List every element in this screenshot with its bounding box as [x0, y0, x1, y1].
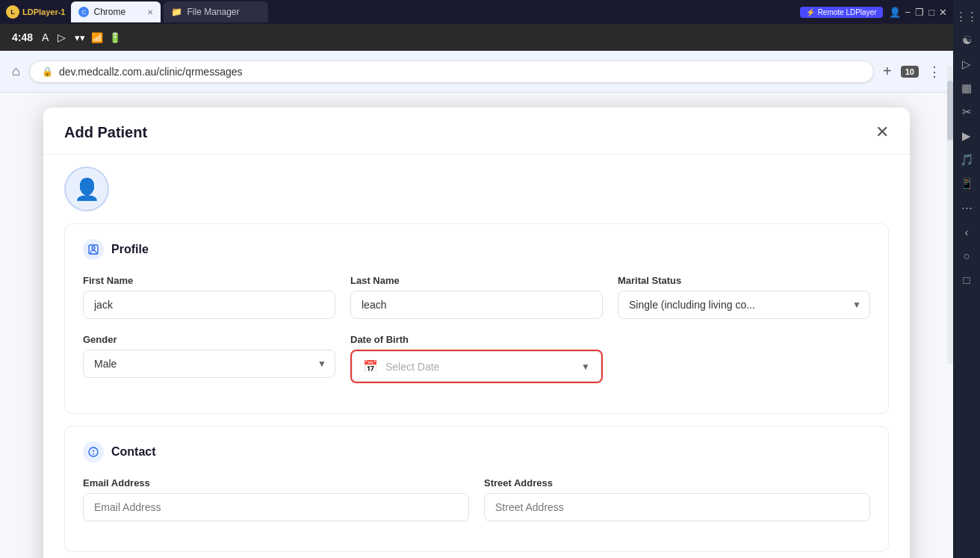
dob-picker[interactable]: 📅 Select Date ▼ [352, 351, 601, 382]
home-button[interactable]: ⌂ [12, 63, 20, 79]
system-status-icons: ▾▾ 📶 🔋 [75, 32, 121, 43]
app-name: LDPlayer-1 [22, 7, 65, 16]
taskbar-right: ⚡ Remote LDPlayer 👤 − ❐ □ ✕ [800, 7, 947, 18]
file-favicon: 📁 [171, 7, 182, 17]
form-row-2: Gender Male Female Other ▼ Date of Birth [83, 334, 870, 383]
last-name-input[interactable] [350, 291, 603, 319]
wifi-icon: ▾▾ [75, 32, 85, 43]
gender-group: Gender Male Female Other ▼ [83, 334, 335, 383]
avatar-icon: 👤 [74, 177, 100, 202]
email-group: Email Address [83, 477, 469, 521]
add-patient-modal: Add Patient ✕ 👤 [43, 108, 910, 558]
form-row-1: First Name Last Name Marital Status Sing… [83, 275, 870, 319]
email-input[interactable] [83, 493, 469, 521]
marital-status-label: Marital Status [618, 275, 870, 286]
avatar-area: 👤 [43, 155, 910, 217]
sidebar-icon-circle[interactable]: ○ [956, 245, 977, 266]
browser-actions: + 10 ⋮ [883, 63, 941, 80]
dob-label: Date of Birth [350, 334, 603, 345]
street-label: Street Address [484, 477, 870, 489]
sidebar-icon-square[interactable]: □ [956, 269, 977, 290]
street-group: Street Address [484, 477, 870, 521]
taskbar-close-icon[interactable]: ✕ [939, 7, 947, 18]
sidebar-icon-4[interactable]: ▦ [956, 78, 977, 99]
play-icon: ▷ [58, 31, 66, 43]
tabs-count[interactable]: 10 [901, 66, 919, 78]
sidebar-icon-6[interactable]: ▶ [956, 125, 977, 146]
profile-icon [83, 239, 104, 260]
last-name-group: Last Name [350, 275, 603, 319]
right-sidebar: ⋮⋮ ☯ ▷ ▦ ✂ ▶ 🎵 📱 ⋯ ‹ ○ □ [953, 0, 980, 558]
first-name-input[interactable] [83, 291, 335, 319]
sidebar-icon-2[interactable]: ☯ [956, 30, 977, 51]
calendar-icon: 📅 [363, 359, 378, 373]
marital-status-select[interactable]: Single (including living co... Married D… [618, 291, 870, 319]
street-input[interactable] [484, 493, 870, 521]
dob-placeholder: Select Date [385, 361, 439, 373]
main-content: Add Patient ✕ 👤 [0, 93, 953, 558]
modal-header: Add Patient ✕ [43, 108, 910, 155]
signal-icon: 📶 [91, 32, 103, 43]
dob-group: Date of Birth 📅 Select Date ▼ [350, 334, 603, 383]
sidebar-icon-3[interactable]: ▷ [956, 54, 977, 75]
marital-status-select-wrapper: Single (including living co... Married D… [618, 291, 870, 319]
status-bar: 4:48 A ▷ ▾▾ 📶 🔋 [0, 24, 953, 51]
sidebar-icon-1[interactable]: ⋮⋮ [956, 6, 977, 27]
contact-icon [83, 441, 104, 462]
dob-chevron: ▼ [581, 362, 590, 372]
more-options-button[interactable]: ⋮ [928, 63, 941, 80]
url-bar[interactable]: 🔒 dev.medcallz.com.au/clinic/qrmessages [29, 61, 874, 83]
remote-ldplayer-btn[interactable]: ⚡ Remote LDPlayer [800, 7, 883, 18]
minimize-icon[interactable]: − [905, 7, 911, 18]
contact-section-title: Contact [111, 445, 156, 459]
first-name-group: First Name [83, 275, 335, 319]
svg-point-4 [93, 453, 94, 454]
profile-section: Profile First Name Last Name Marital Sta… [64, 223, 889, 414]
sidebar-icon-arrow[interactable]: ‹ [956, 221, 977, 242]
svg-point-1 [92, 247, 95, 249]
contact-form-row: Email Address Street Address [83, 477, 870, 521]
gender-select-wrapper: Male Female Other ▼ [83, 350, 335, 378]
tab-chrome[interactable]: C Chrome ✕ [71, 1, 161, 22]
profile-section-title: Profile [111, 243, 149, 256]
first-name-label: First Name [83, 275, 335, 286]
sidebar-icon-9[interactable]: ⋯ [956, 197, 977, 218]
gender-label: Gender [83, 334, 335, 345]
sidebar-icon-8[interactable]: 📱 [956, 173, 977, 194]
maximize-icon[interactable]: □ [928, 7, 934, 18]
profile-section-header: Profile [83, 239, 870, 260]
browser-bar: ⌂ 🔒 dev.medcallz.com.au/clinic/qrmessage… [0, 51, 953, 93]
modal-close-button[interactable]: ✕ [875, 123, 889, 142]
avatar: 👤 [64, 167, 109, 211]
sidebar-icon-7[interactable]: 🎵 [956, 149, 977, 170]
taskbar-icons: 👤 − ❐ □ ✕ [889, 7, 947, 18]
tab-chrome-label: Chrome [93, 7, 125, 17]
scrollbar[interactable] [947, 66, 953, 365]
time-display: 4:48 [12, 31, 33, 43]
marital-status-group: Marital Status Single (including living … [618, 275, 870, 319]
remote-label: Remote LDPlayer [818, 8, 877, 16]
add-tab-button[interactable]: + [883, 63, 892, 80]
chrome-favicon: C [78, 7, 89, 17]
last-name-label: Last Name [350, 275, 603, 286]
remote-icon: ⚡ [806, 8, 815, 16]
user-icon[interactable]: 👤 [889, 7, 901, 18]
modal-title: Add Patient [64, 124, 147, 141]
font-a-icon: A [42, 31, 49, 43]
scrollbar-thumb[interactable] [947, 81, 953, 140]
app-logo: L LDPlayer-1 [6, 5, 65, 19]
sidebar-icon-5[interactable]: ✂ [956, 102, 977, 123]
url-text: dev.medcallz.com.au/clinic/qrmessages [59, 66, 243, 78]
dob-highlighted-border: 📅 Select Date ▼ [350, 350, 603, 383]
contact-section: Contact Email Address Street Address [64, 426, 889, 552]
taskbar: L LDPlayer-1 C Chrome ✕ 📁 File Manager ⚡… [0, 0, 953, 24]
contact-section-header: Contact [83, 441, 870, 462]
tab-chrome-close[interactable]: ✕ [147, 8, 153, 16]
email-label: Email Address [83, 477, 469, 489]
gender-select[interactable]: Male Female Other [83, 350, 335, 378]
tab-file-manager[interactable]: 📁 File Manager [164, 1, 268, 22]
logo-icon: L [6, 5, 19, 19]
restore-icon[interactable]: ❐ [915, 7, 924, 18]
tab-file-label: File Manager [187, 7, 239, 17]
battery-icon: 🔋 [109, 32, 121, 43]
